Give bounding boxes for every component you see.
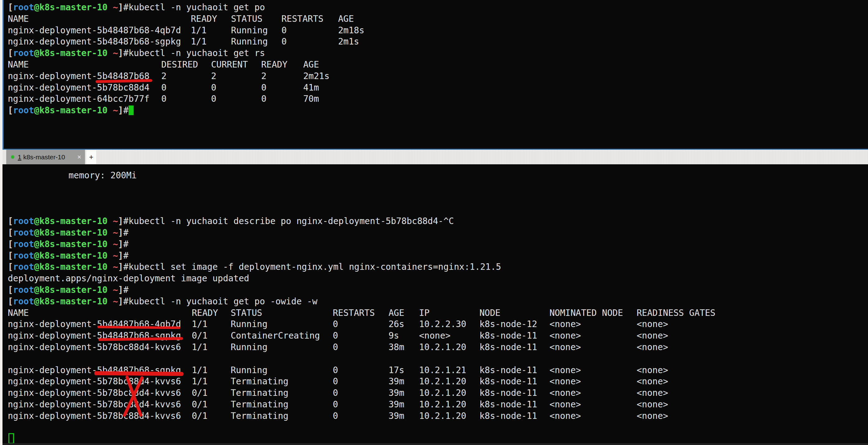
pod-age: 2m18s	[338, 25, 364, 36]
col-ready: READY	[261, 59, 303, 71]
terminal-pane-bottom[interactable]: memory: 200Mi [root@k8s-master-10 ~]#kub…	[2, 164, 868, 443]
col-current: CURRENT	[211, 59, 261, 71]
pod-ip: 10.2.1.20	[419, 399, 479, 410]
pod-status: Terminating	[231, 387, 333, 399]
pod-node: k8s-node-12	[479, 319, 550, 330]
pod-name: nginx-deployment-5b48487b68-sgpkg	[8, 36, 191, 47]
pod-ip: 10.2.2.30	[419, 319, 479, 330]
prompt-hash: #	[123, 2, 129, 12]
terminal-pane-top[interactable]: [root@k8s-master-10 ~]#kubectl -n yuchao…	[2, 0, 868, 149]
pod-readiness-gates: <none>	[637, 319, 668, 330]
col-age: AGE	[389, 308, 419, 319]
pod-ready: 0/1	[192, 330, 231, 342]
pod-ip: 10.2.1.21	[419, 365, 479, 376]
col-restarts: RESTARTS	[281, 13, 338, 25]
prompt-bracket: ]	[118, 105, 123, 116]
rs-name: nginx-deployment-5b78bc88d4	[8, 82, 161, 94]
pod-age: 2m1s	[338, 36, 359, 47]
pod-readiness-gates: <none>	[637, 410, 668, 422]
pod-ready: 0/1	[192, 387, 231, 399]
command-output: deployment.apps/nginx-deployment image u…	[8, 273, 868, 284]
prompt-host: @k8s-master-10	[34, 2, 107, 12]
prompt-user: root	[13, 227, 34, 238]
rs-age: 2m21s	[303, 71, 330, 82]
rs-desired: 0	[161, 82, 211, 94]
rs-desired: 0	[161, 93, 211, 105]
col-node: NODE	[479, 308, 550, 319]
pod-status: Terminating	[231, 399, 333, 410]
prompt-user: root	[13, 262, 34, 272]
rs-age: 70m	[303, 93, 319, 105]
pod-restarts: 0	[333, 342, 389, 353]
pod-nominated-node: <none>	[550, 319, 637, 330]
pod-name: nginx-deployment-5b78bc88d4-kvvs6	[8, 399, 192, 410]
red-underline-annotation	[94, 371, 183, 376]
pod-name: nginx-deployment-5b78bc88d4-kvvs6	[8, 376, 192, 387]
prompt-host: @k8s-master-10	[34, 227, 107, 238]
pod-restarts: 0	[333, 399, 389, 410]
prompt-bracket: [	[8, 239, 13, 249]
new-tab-button[interactable]: +	[86, 150, 96, 164]
command-text: kubectl -n yuchaoit get po	[129, 2, 265, 12]
pod-restarts: 0	[333, 410, 389, 422]
prompt-tilde: ~	[107, 216, 118, 226]
prompt-hash: #	[123, 262, 129, 272]
rs-ready: 2	[261, 71, 303, 82]
prompt-line: [root@k8s-master-10 ~]#kubectl -n yuchao…	[8, 2, 868, 13]
col-age: AGE	[303, 59, 319, 71]
table-row: nginx-deployment-5b48487b68-4qb7d1/1Runn…	[8, 25, 868, 36]
col-age: AGE	[338, 13, 354, 25]
pod-age: 39m	[389, 410, 419, 422]
col-nominated-node: NOMINATED NODE	[550, 308, 637, 319]
tab-index: 1	[18, 153, 22, 161]
prompt-bracket: ]	[118, 239, 123, 249]
prompt-bracket: [	[8, 105, 13, 116]
rs-current: 0	[211, 82, 261, 94]
col-ip: IP	[419, 308, 479, 319]
image-updated-message: deployment.apps/nginx-deployment image u…	[8, 273, 249, 284]
pod-readiness-gates: <none>	[637, 342, 668, 353]
pod-nominated-node: <none>	[550, 399, 637, 410]
prompt-line: [root@k8s-master-10 ~]#kubectl -n yuchao…	[8, 47, 868, 59]
pod-age: 39m	[389, 387, 419, 399]
prompt-tilde: ~	[107, 105, 118, 116]
pod-status: Running	[231, 365, 333, 376]
prompt-host: @k8s-master-10	[34, 48, 107, 58]
pod-name: nginx-deployment-5b78bc88d4-kvvs6	[8, 410, 192, 422]
pod-status: ContainerCreating	[231, 330, 333, 342]
col-readiness-gates: READINESS GATES	[637, 308, 715, 319]
col-status: STATUS	[231, 308, 333, 319]
col-restarts: RESTARTS	[333, 308, 389, 319]
tab-k8s-master-10[interactable]: 1 k8s-master-10 ×	[6, 150, 85, 164]
rs-ready: 0	[261, 82, 303, 94]
prompt-user: root	[13, 2, 34, 12]
pod-name: nginx-deployment-5b78bc88d4-kvvs6	[8, 387, 192, 399]
prompt-bracket: [	[8, 296, 13, 307]
pod-status: Terminating	[231, 376, 333, 387]
prompt-line: [root@k8s-master-10 ~]#	[8, 239, 868, 250]
rs-desired: 2	[161, 71, 211, 82]
table-row: nginx-deployment-5b78bc88d4-kvvs61/1Runn…	[8, 342, 868, 353]
prompt-hash: #	[123, 105, 129, 116]
rs-ready: 0	[261, 93, 303, 105]
prompt-bracket: [	[8, 216, 13, 226]
pod-age: 39m	[389, 376, 419, 387]
command-text: kubectl -n yuchaoit get rs	[129, 48, 265, 58]
prompt-hash: #	[123, 48, 129, 58]
close-icon[interactable]: ×	[77, 154, 81, 161]
pod-name: nginx-deployment-5b78bc88d4-kvvs6	[8, 342, 192, 353]
pod-ready: 1/1	[192, 365, 231, 376]
pod-readiness-gates: <none>	[637, 330, 668, 342]
prompt-user: root	[13, 239, 34, 249]
pod-readiness-gates: <none>	[637, 387, 668, 399]
prompt-host: @k8s-master-10	[34, 262, 107, 272]
rs-age: 41m	[303, 82, 319, 94]
prompt-host: @k8s-master-10	[34, 296, 107, 307]
pod-ip: 10.2.1.20	[419, 387, 479, 399]
prompt-hash: #	[123, 296, 129, 307]
prompt-bracket: [	[8, 262, 13, 272]
pod-readiness-gates: <none>	[637, 399, 668, 410]
pod-node: k8s-node-11	[479, 399, 550, 410]
prompt-bracket: ]	[118, 227, 123, 238]
pod-nominated-node: <none>	[550, 387, 637, 399]
